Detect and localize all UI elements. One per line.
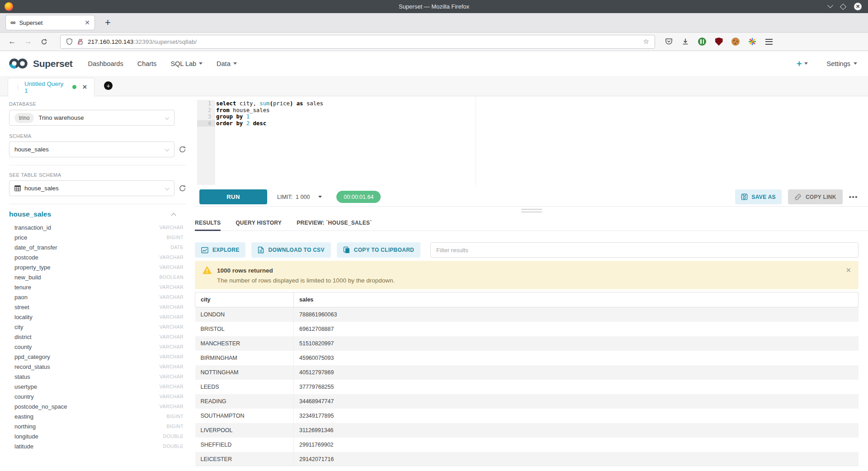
- chevron-down-icon: [854, 62, 857, 65]
- plus-icon: +: [797, 59, 802, 68]
- column-row-locality[interactable]: localityVARCHAR: [9, 312, 184, 322]
- query-tab-close-icon[interactable]: ✕: [82, 84, 87, 90]
- explore-button[interactable]: EXPLORE: [195, 242, 245, 258]
- extension-asterisk-icon[interactable]: [748, 37, 757, 46]
- pane-splitter[interactable]: [195, 206, 868, 207]
- sql-editor[interactable]: 1234 select city, sum(price) as salesfro…: [195, 96, 868, 187]
- results-tab-results[interactable]: RESULTS: [195, 215, 221, 231]
- downloads-icon[interactable]: [681, 37, 690, 46]
- settings-label: Settings: [827, 60, 850, 67]
- download-to-csv-button[interactable]: DOWNLOAD TO CSV: [251, 242, 330, 258]
- results-table-body: LONDON788861960063BRISTOL69612708887MANC…: [195, 307, 859, 466]
- table-row-bristol[interactable]: BRISTOL69612708887: [195, 322, 859, 336]
- refresh-schema-icon[interactable]: [179, 146, 186, 153]
- editor-code[interactable]: select city, sum(price) as salesfrom hou…: [216, 100, 323, 127]
- new-tab-button[interactable]: +: [105, 18, 111, 28]
- column-row-usertype[interactable]: usertypeVARCHAR: [9, 382, 184, 391]
- copy-link-button[interactable]: COPY LINK: [788, 189, 843, 204]
- column-row-property-type[interactable]: property_typeVARCHAR: [9, 262, 184, 272]
- run-button[interactable]: RUN: [199, 189, 267, 204]
- cookie-extension-icon[interactable]: [731, 37, 740, 46]
- add-new-button[interactable]: +: [797, 59, 808, 68]
- window-close-icon[interactable]: ✕: [854, 3, 862, 10]
- table-row-manchester[interactable]: MANCHESTER51510820997: [195, 336, 859, 351]
- tab-close-icon[interactable]: ✕: [85, 19, 90, 26]
- clipboard-icon: [343, 246, 350, 254]
- refresh-table-icon[interactable]: [179, 184, 186, 192]
- table-row-leicester[interactable]: LEICESTER29142071716: [195, 452, 859, 466]
- browser-tab[interactable]: ∞ Superset ✕: [5, 15, 95, 30]
- new-query-tab-button[interactable]: +: [104, 81, 113, 90]
- window-minimize-icon[interactable]: [827, 2, 833, 8]
- columns-list: transaction_idVARCHARpriceBIGINTdate_of_…: [9, 222, 195, 451]
- alert-close-icon[interactable]: ✕: [845, 266, 851, 274]
- column-row-ppd-category[interactable]: ppd_categoryVARCHAR: [9, 352, 184, 362]
- column-row-northing[interactable]: northingBIGINT: [9, 421, 184, 431]
- limit-dropdown[interactable]: LIMIT: 1 000: [277, 194, 322, 200]
- reload-icon[interactable]: [38, 38, 50, 45]
- results-column-header-sales[interactable]: sales: [294, 292, 859, 307]
- results-column-header-city[interactable]: city: [195, 292, 294, 307]
- forward-icon[interactable]: →: [22, 37, 34, 46]
- column-row-easting[interactable]: eastingBIGINT: [9, 411, 184, 421]
- column-row-new-build[interactable]: new_buildBOOLEAN: [9, 272, 184, 282]
- more-actions-button[interactable]: •••: [849, 193, 858, 201]
- superset-logo[interactable]: Superset: [8, 57, 72, 70]
- menu-icon[interactable]: [764, 37, 774, 46]
- back-icon[interactable]: ←: [6, 37, 18, 46]
- drag-grip-icon[interactable]: ⋮: [15, 84, 20, 90]
- column-row-district[interactable]: districtVARCHAR: [9, 332, 184, 342]
- column-row-transaction-id[interactable]: transaction_idVARCHAR: [9, 222, 184, 232]
- results-tab-preview-house-sales[interactable]: PREVIEW: `HOUSE_SALES`: [297, 215, 372, 231]
- table-row-sheffield[interactable]: SHEFFIELD29911769902: [195, 438, 859, 452]
- table-row-southampton[interactable]: SOUTHAMPTON32349177895: [195, 409, 859, 423]
- save-as-button[interactable]: SAVE AS: [735, 189, 781, 204]
- table-row-leeds[interactable]: LEEDS37779768255: [195, 380, 859, 394]
- shield-icon[interactable]: [66, 38, 73, 45]
- column-row-street[interactable]: streetVARCHAR: [9, 302, 184, 312]
- table-row-liverpool[interactable]: LIVERPOOL31126991346: [195, 423, 859, 438]
- schema-select[interactable]: house_sales: [9, 141, 175, 157]
- pocket-icon[interactable]: [664, 37, 673, 46]
- table-row-nottingham[interactable]: NOTTINGHAM40512797869: [195, 365, 859, 380]
- column-row-country[interactable]: countryVARCHAR: [9, 391, 184, 401]
- splitter-drag-handle-icon[interactable]: [521, 209, 542, 214]
- ublock-icon[interactable]: [714, 37, 723, 46]
- column-row-status[interactable]: statusVARCHAR: [9, 372, 184, 382]
- column-row-record-status[interactable]: record_statusVARCHAR: [9, 362, 184, 372]
- bookmark-star-icon[interactable]: ☆: [643, 38, 649, 46]
- settings-menu[interactable]: Settings: [827, 60, 857, 67]
- nav-item-sql-lab[interactable]: SQL Lab: [170, 60, 203, 67]
- privacy-badger-icon[interactable]: [698, 37, 707, 46]
- table-row-london[interactable]: LONDON788861960063: [195, 307, 859, 322]
- table-select[interactable]: house_sales: [9, 180, 175, 196]
- query-tab-active[interactable]: ⋮ Untitled Query 1 ✕: [8, 78, 94, 96]
- nav-item-dashboards[interactable]: Dashboards: [88, 60, 123, 67]
- table-schema-heading[interactable]: house_sales: [9, 210, 51, 218]
- column-row-county[interactable]: countyVARCHAR: [9, 342, 184, 352]
- results-tab-query-history[interactable]: QUERY HISTORY: [236, 215, 282, 231]
- table-icon: [14, 185, 21, 191]
- collapse-chevron-up-icon[interactable]: [171, 213, 176, 218]
- nav-item-charts[interactable]: Charts: [137, 60, 157, 67]
- table-row-birmingham[interactable]: BIRMINGHAM45960075093: [195, 351, 859, 365]
- lock-disabled-icon[interactable]: [77, 38, 84, 45]
- table-schema-label: SEE TABLE SCHEMA: [9, 172, 195, 178]
- column-row-postcode[interactable]: postcodeVARCHAR: [9, 252, 184, 262]
- column-row-price[interactable]: priceBIGINT: [9, 232, 184, 242]
- copy-to-clipboard-button[interactable]: COPY TO CLIPBOARD: [337, 242, 420, 258]
- table-row-reading[interactable]: READING34468947747: [195, 394, 859, 409]
- chevron-down-icon: [804, 62, 808, 65]
- nav-item-data[interactable]: Data: [217, 60, 237, 67]
- column-row-city[interactable]: cityVARCHAR: [9, 322, 184, 332]
- column-row-paon[interactable]: paonVARCHAR: [9, 292, 184, 302]
- window-maximize-icon[interactable]: [840, 3, 846, 9]
- column-row-date-of-transfer[interactable]: date_of_transferDATE: [9, 242, 184, 252]
- url-bar[interactable]: 217.160.120.143:32393/superset/sqllab/ ☆: [60, 35, 655, 49]
- database-select[interactable]: trino Trino warehouse: [9, 110, 175, 126]
- column-row-longitude[interactable]: longitudeDOUBLE: [9, 431, 184, 441]
- filter-results-input[interactable]: [430, 242, 859, 258]
- column-row-tenure[interactable]: tenureVARCHAR: [9, 282, 184, 292]
- column-row-latitude[interactable]: latitudeDOUBLE: [9, 441, 184, 451]
- column-row-postcode-no-space[interactable]: postcode_no_spaceVARCHAR: [9, 401, 184, 411]
